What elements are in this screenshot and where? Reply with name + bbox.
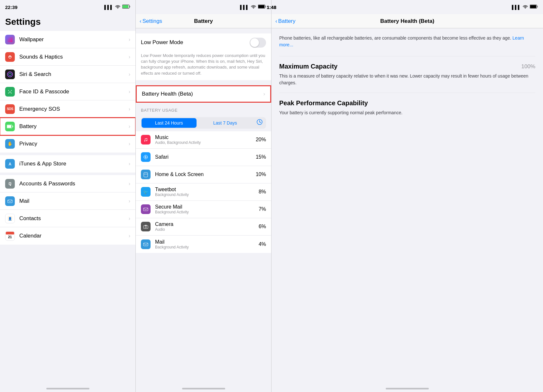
usage-item-safari[interactable]: Safari 15% bbox=[136, 149, 271, 166]
homelock-name: Home & Lock Screen bbox=[155, 172, 256, 177]
peak-performance-desc: Your battery is currently supporting nor… bbox=[279, 109, 535, 116]
settings-back-button[interactable]: ‹ Settings bbox=[140, 18, 162, 24]
svg-point-28 bbox=[10, 183, 10, 184]
health-panel: 1:48 ▌▌▌ ‹ Battery Battery Health (Beta)… bbox=[272, 0, 543, 392]
camera-pct: 6% bbox=[259, 224, 266, 229]
music-name: Music bbox=[155, 135, 256, 140]
battery-panel: 1:48 ▌▌▌ ‹ Settings Battery Low Power Mo… bbox=[136, 0, 272, 392]
usage-item-securemail[interactable]: Secure Mail Background Activity 7% bbox=[136, 201, 271, 218]
safari-pct: 15% bbox=[256, 154, 266, 160]
usage-item-music[interactable]: Music Audio, Background Activity 20% bbox=[136, 131, 271, 149]
privacy-label: Privacy bbox=[19, 141, 126, 147]
back-label-3: Battery bbox=[278, 18, 296, 24]
svg-point-47 bbox=[146, 140, 147, 141]
tab-7d[interactable]: Last 7 Days bbox=[198, 118, 253, 128]
privacy-icon: ✋ bbox=[5, 139, 15, 149]
clock-icon[interactable] bbox=[253, 119, 266, 127]
securemail-pct: 7% bbox=[259, 206, 266, 212]
safari-info: Safari bbox=[155, 154, 256, 160]
time-1: 22:39 bbox=[5, 5, 104, 10]
svg-text:👤: 👤 bbox=[8, 217, 12, 221]
svg-text:✋: ✋ bbox=[7, 141, 13, 146]
settings-item-faceid[interactable]: Face ID & Passcode › bbox=[0, 83, 135, 100]
svg-rect-41 bbox=[265, 6, 266, 7]
settings-item-mail[interactable]: Mail › bbox=[0, 192, 135, 210]
sos-icon: SOS bbox=[5, 104, 15, 114]
home-indicator-3 bbox=[386, 388, 429, 389]
mail-icon bbox=[5, 196, 15, 206]
svg-rect-57 bbox=[143, 206, 149, 212]
svg-point-16 bbox=[9, 91, 10, 92]
usage-item-tweetbot[interactable]: 🐦 Tweetbot Background Activity 8% bbox=[136, 183, 271, 201]
securemail-icon bbox=[141, 204, 151, 214]
divider-2 bbox=[279, 93, 535, 93]
peak-performance-section: Peak Performance Capability Your battery… bbox=[279, 99, 535, 116]
mail-usage-info: Mail Background Activity bbox=[155, 239, 259, 249]
wallpaper-chevron: › bbox=[129, 37, 130, 42]
max-capacity-title: Maximum Capacity bbox=[279, 63, 337, 70]
svg-rect-36 bbox=[6, 233, 14, 235]
svg-point-0 bbox=[117, 8, 118, 8]
battery-back-button[interactable]: ‹ Battery bbox=[275, 18, 296, 24]
low-power-label: Low Power Mode bbox=[141, 39, 250, 46]
mail-usage-sub: Background Activity bbox=[155, 245, 259, 249]
itunes-icon: A bbox=[5, 159, 15, 169]
contacts-chevron: › bbox=[129, 216, 130, 221]
settings-item-sounds[interactable]: Sounds & Haptics › bbox=[0, 48, 135, 66]
faceid-chevron: › bbox=[129, 89, 130, 95]
settings-item-wallpaper[interactable]: Wallpaper › bbox=[0, 31, 135, 48]
tab-24h[interactable]: Last 24 Hours bbox=[142, 118, 197, 128]
battery-usage-header: BATTERY USAGE bbox=[136, 103, 271, 115]
home-indicator-2 bbox=[182, 388, 225, 389]
music-icon bbox=[141, 135, 151, 145]
battery-health-row[interactable]: Battery Health (Beta) › bbox=[136, 85, 271, 103]
settings-title: Settings bbox=[0, 14, 135, 31]
svg-rect-66 bbox=[530, 5, 536, 8]
svg-rect-13 bbox=[11, 90, 12, 91]
battery-nav-bar: ‹ Settings Battery bbox=[136, 14, 271, 28]
low-power-toggle[interactable] bbox=[250, 38, 266, 48]
accounts-chevron: › bbox=[129, 181, 130, 187]
svg-rect-15 bbox=[11, 93, 12, 93]
battery-chevron: › bbox=[129, 124, 130, 129]
usage-item-camera[interactable]: Camera Audio 6% bbox=[136, 218, 271, 236]
mail-usage-name: Mail bbox=[155, 239, 259, 245]
settings-item-battery[interactable]: Battery › bbox=[0, 118, 135, 135]
time-center-3: 1:48 bbox=[267, 5, 276, 10]
health-intro: Phone batteries, like all rechargeable b… bbox=[279, 35, 535, 48]
privacy-chevron: › bbox=[129, 141, 130, 147]
settings-item-itunes[interactable]: A iTunes & App Store › bbox=[0, 155, 135, 173]
usage-item-homelock[interactable]: Home & Lock Screen 10% bbox=[136, 166, 271, 183]
sounds-label: Sounds & Haptics bbox=[19, 54, 126, 60]
battery-label: Battery bbox=[19, 123, 126, 130]
svg-point-38 bbox=[253, 8, 254, 8]
svg-point-64 bbox=[525, 8, 526, 8]
svg-rect-8 bbox=[5, 70, 15, 79]
svg-point-46 bbox=[144, 141, 145, 142]
homelock-pct: 10% bbox=[256, 172, 266, 177]
homelock-icon bbox=[141, 170, 151, 179]
settings-item-sos[interactable]: SOS Emergency SOS › bbox=[0, 100, 135, 118]
signal-icon-3: ▌▌▌ bbox=[512, 5, 521, 10]
settings-item-privacy[interactable]: ✋ Privacy › bbox=[0, 135, 135, 153]
settings-item-siri[interactable]: Siri & Search › bbox=[0, 66, 135, 83]
svg-text:A: A bbox=[9, 162, 12, 166]
max-capacity-section: Maximum Capacity 100% This is a measure … bbox=[279, 63, 535, 86]
toggle-knob bbox=[250, 38, 259, 47]
usage-item-mail[interactable]: Mail Background Activity 4% bbox=[136, 236, 271, 253]
low-power-desc: Low Power Mode temporarily reduces power… bbox=[136, 51, 271, 80]
safari-name: Safari bbox=[155, 154, 256, 160]
max-capacity-desc: This is a measure of battery capacity re… bbox=[279, 73, 535, 86]
peak-performance-title: Peak Performance Capability bbox=[279, 99, 368, 107]
itunes-chevron: › bbox=[129, 161, 130, 167]
safari-icon bbox=[141, 152, 151, 162]
sounds-chevron: › bbox=[129, 54, 130, 60]
battery-icon bbox=[5, 122, 15, 131]
settings-item-accounts[interactable]: Accounts & Passwords › bbox=[0, 175, 135, 192]
settings-item-contacts[interactable]: 👤 Contacts › bbox=[0, 210, 135, 227]
settings-item-calendar[interactable]: 21 Calendar › bbox=[0, 227, 135, 245]
svg-rect-12 bbox=[8, 90, 9, 91]
homelock-info: Home & Lock Screen bbox=[155, 172, 256, 177]
settings-panel: 22:39 ▌▌▌ Settings Wallpaper › bbox=[0, 0, 136, 392]
contacts-icon: 👤 bbox=[5, 214, 15, 223]
